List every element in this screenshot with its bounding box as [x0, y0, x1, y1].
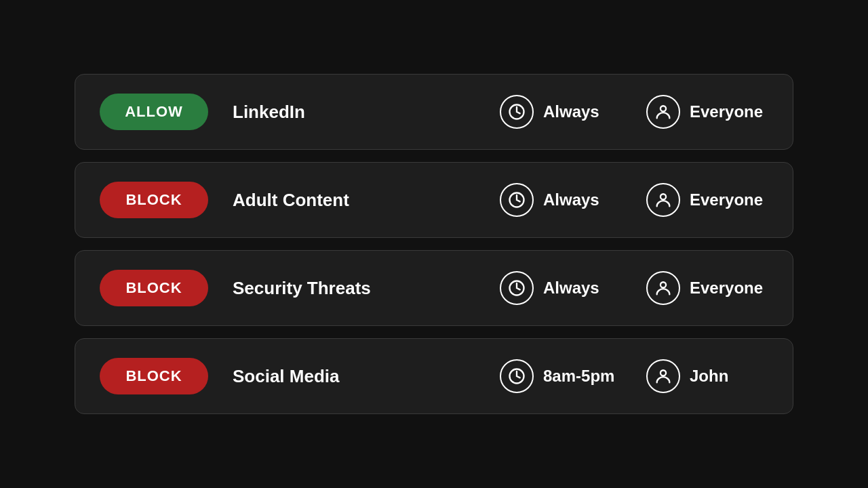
schedule-meta-1: Always	[500, 95, 622, 129]
svg-point-5	[660, 282, 666, 287]
clock-icon-3	[500, 271, 534, 305]
action-badge-3: BLOCK	[100, 270, 208, 306]
audience-meta-3: Everyone	[646, 271, 768, 305]
action-badge-1: ALLOW	[100, 94, 208, 130]
action-badge-2: BLOCK	[100, 182, 208, 218]
audience-meta-4: John	[646, 359, 768, 393]
person-icon-1	[646, 95, 680, 129]
clock-icon-2	[500, 183, 534, 217]
rule-card-3[interactable]: BLOCK Security Threats Always	[75, 250, 793, 326]
svg-point-7	[660, 370, 666, 375]
person-icon-3	[646, 271, 680, 305]
audience-meta-1: Everyone	[646, 95, 768, 129]
svg-point-3	[660, 194, 666, 199]
action-badge-4: BLOCK	[100, 358, 208, 394]
rules-list: ALLOW LinkedIn Always	[75, 74, 793, 414]
audience-text-3: Everyone	[690, 279, 763, 298]
schedule-meta-4: 8am-5pm	[500, 359, 622, 393]
audience-text-4: John	[690, 367, 728, 386]
audience-text-2: Everyone	[690, 190, 763, 209]
rule-card-4[interactable]: BLOCK Social Media 8am-5pm	[75, 338, 793, 414]
schedule-text-4: 8am-5pm	[543, 367, 614, 386]
audience-meta-2: Everyone	[646, 183, 768, 217]
clock-icon-4	[500, 359, 534, 393]
person-icon-4	[646, 359, 680, 393]
audience-text-1: Everyone	[690, 102, 763, 121]
rule-name-4: Social Media	[233, 366, 475, 387]
schedule-text-2: Always	[543, 190, 599, 209]
svg-point-1	[660, 106, 666, 111]
person-icon-2	[646, 183, 680, 217]
schedule-text-1: Always	[543, 102, 599, 121]
schedule-text-3: Always	[543, 279, 599, 298]
rule-name-1: LinkedIn	[233, 102, 475, 123]
rule-name-2: Adult Content	[233, 190, 475, 211]
rule-name-3: Security Threats	[233, 278, 475, 299]
clock-icon-1	[500, 95, 534, 129]
schedule-meta-2: Always	[500, 183, 622, 217]
rule-card-2[interactable]: BLOCK Adult Content Always	[75, 162, 793, 238]
rule-card-1[interactable]: ALLOW LinkedIn Always	[75, 74, 793, 150]
schedule-meta-3: Always	[500, 271, 622, 305]
